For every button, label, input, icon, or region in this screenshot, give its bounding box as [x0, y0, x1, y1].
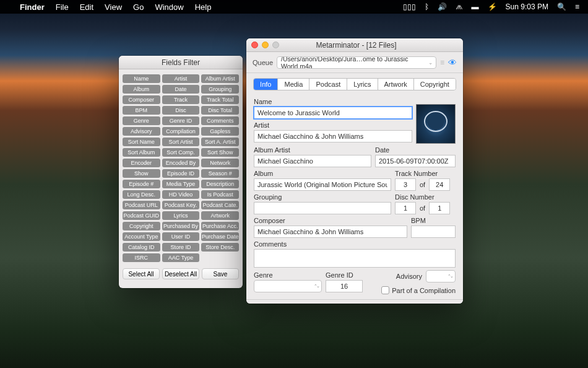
field-pill[interactable]: Album Artist: [201, 74, 239, 83]
field-pill[interactable]: Composer: [123, 95, 160, 104]
window-menu[interactable]: Window: [155, 2, 183, 12]
minimize-button[interactable]: [262, 42, 269, 48]
field-pill[interactable]: Disc: [162, 106, 200, 115]
field-pill[interactable]: Episode ID: [162, 169, 200, 178]
field-pill[interactable]: Podcast Cate.: [201, 201, 239, 209]
file-menu[interactable]: File: [56, 2, 69, 12]
volume-icon[interactable]: 🔊: [438, 2, 447, 11]
field-pill[interactable]: Podcast GUID: [123, 211, 160, 220]
clock[interactable]: Sun 9:03 PM: [506, 2, 548, 11]
reveal-icon[interactable]: 👁: [448, 58, 457, 68]
field-pill[interactable]: Advisory: [123, 127, 160, 136]
field-pill[interactable]: Podcast URL: [123, 201, 160, 209]
edit-menu[interactable]: Edit: [80, 2, 93, 12]
composer-field[interactable]: [254, 226, 407, 238]
name-field[interactable]: [254, 107, 412, 119]
artist-field[interactable]: [254, 130, 412, 142]
field-pill[interactable]: HD Video: [162, 190, 200, 199]
field-pill[interactable]: Artist: [162, 74, 200, 83]
disc-no-field[interactable]: [395, 202, 416, 214]
field-pill[interactable]: Account Type: [123, 232, 160, 241]
field-pill[interactable]: Purchase Date: [201, 232, 239, 241]
track-no-field[interactable]: [395, 178, 416, 191]
field-pill[interactable]: Sort Name: [123, 138, 160, 146]
compilation-checkbox[interactable]: [381, 286, 389, 294]
field-pill[interactable]: Compilation: [162, 127, 200, 136]
battery-icon[interactable]: ▯▯▯: [403, 2, 416, 11]
charge-icon[interactable]: ⚡: [488, 2, 497, 11]
artwork-thumbnail[interactable]: [416, 104, 456, 144]
deselect-all-button[interactable]: Deselect All: [162, 268, 199, 279]
field-pill[interactable]: Purchase Acc.: [201, 222, 239, 230]
field-pill[interactable]: Track Total: [201, 95, 239, 104]
field-pill[interactable]: Description: [201, 180, 239, 188]
field-pill[interactable]: Long Desc.: [123, 190, 160, 199]
album-field[interactable]: [254, 178, 391, 191]
menu-extras-icon[interactable]: ≡: [575, 2, 579, 11]
field-pill[interactable]: User ID: [162, 232, 200, 241]
field-pill[interactable]: Disc Total: [201, 106, 239, 115]
go-menu[interactable]: Go: [133, 2, 144, 12]
field-pill[interactable]: Podcast Key.: [162, 201, 200, 209]
field-pill[interactable]: Gapless: [201, 127, 239, 136]
bluetooth-icon[interactable]: ᛒ: [425, 2, 429, 11]
field-pill[interactable]: Lyrics: [162, 211, 200, 220]
grouping-field[interactable]: [254, 202, 391, 214]
field-pill[interactable]: Encoder: [123, 159, 160, 167]
field-pill[interactable]: Grouping: [201, 85, 239, 94]
genre-id-field[interactable]: [326, 280, 363, 292]
queue-menu-icon[interactable]: ≡: [440, 58, 444, 67]
genre-select[interactable]: [254, 280, 322, 292]
field-pill[interactable]: Date: [162, 85, 200, 94]
field-pill[interactable]: Store ID: [162, 243, 200, 252]
field-pill[interactable]: Show: [123, 169, 160, 178]
field-pill[interactable]: Season #: [201, 169, 239, 178]
field-pill[interactable]: Network: [201, 159, 239, 167]
field-pill[interactable]: Sort A. Artist: [201, 138, 239, 146]
field-pill[interactable]: ISRC: [123, 253, 160, 262]
tab-media[interactable]: Media: [278, 79, 309, 90]
tab-info[interactable]: Info: [254, 79, 278, 90]
field-pill[interactable]: Name: [123, 74, 160, 83]
field-pill[interactable]: Copyright: [123, 222, 160, 230]
field-pill[interactable]: Sort Album: [123, 148, 160, 157]
help-menu[interactable]: Help: [195, 2, 212, 12]
select-all-button[interactable]: Select All: [123, 268, 160, 279]
tab-copyright[interactable]: Copyright: [414, 79, 456, 90]
disc-total-field[interactable]: [429, 202, 450, 214]
spotlight-icon[interactable]: 🔍: [557, 2, 566, 11]
field-pill[interactable]: Sort Artist: [162, 138, 200, 146]
wifi-icon[interactable]: ⩕: [456, 2, 463, 11]
fields-save-button[interactable]: Save: [202, 268, 239, 279]
zoom-button[interactable]: [272, 42, 279, 48]
field-pill[interactable]: BPM: [123, 106, 160, 115]
bpm-field[interactable]: [411, 226, 456, 238]
flag-icon[interactable]: ▬: [472, 2, 479, 11]
field-pill[interactable]: Track: [162, 95, 200, 104]
close-button[interactable]: [251, 42, 258, 48]
field-pill[interactable]: Store Desc.: [201, 243, 239, 252]
field-pill[interactable]: Sort Comp.: [162, 148, 200, 157]
field-pill[interactable]: Genre ID: [162, 116, 200, 125]
tab-lyrics[interactable]: Lyrics: [347, 79, 378, 90]
field-pill[interactable]: Album: [123, 85, 160, 94]
field-pill[interactable]: Sort Show: [201, 148, 239, 157]
app-menu[interactable]: Finder: [20, 2, 45, 12]
field-pill[interactable]: Catalog ID: [123, 243, 160, 252]
date-field[interactable]: [375, 155, 456, 167]
view-menu[interactable]: View: [105, 2, 122, 12]
advisory-select[interactable]: [426, 270, 456, 283]
comments-field[interactable]: [254, 249, 456, 268]
field-pill[interactable]: Is Podcast: [201, 190, 239, 199]
tab-artwork[interactable]: Artwork: [378, 79, 414, 90]
field-pill[interactable]: Genre: [123, 116, 160, 125]
queue-combo[interactable]: /Users/anon/Desktop/Jura…ome to Jurassic…: [277, 56, 436, 69]
album-artist-field[interactable]: [254, 155, 371, 167]
field-pill[interactable]: Artwork: [201, 211, 239, 220]
field-pill[interactable]: Purchased By: [162, 222, 200, 230]
field-pill[interactable]: AAC Type: [162, 253, 200, 262]
track-total-field[interactable]: [429, 178, 450, 191]
field-pill[interactable]: Media Type: [162, 180, 200, 188]
field-pill[interactable]: Encoded By: [162, 159, 200, 167]
field-pill[interactable]: Episode #: [123, 180, 160, 188]
